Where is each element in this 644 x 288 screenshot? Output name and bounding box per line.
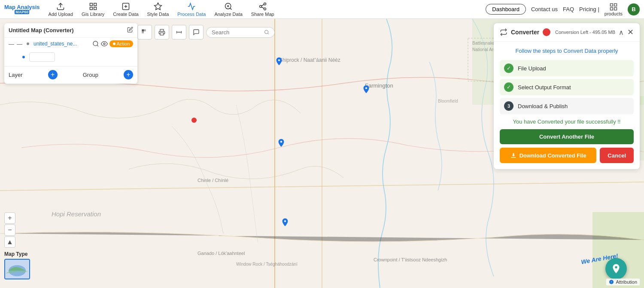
svg-text:Battlesnake: Battlesnake	[472, 41, 495, 45]
download-converted-button[interactable]: Download Converted File	[500, 148, 596, 163]
attribution: Attribution	[606, 279, 640, 285]
search-icon	[264, 29, 269, 35]
converter-panel: Converter Conversion Left - 495.05 MB ∧ …	[494, 23, 640, 169]
converter-close-button[interactable]: ✕	[627, 27, 634, 37]
converter-status-dot	[543, 28, 550, 36]
brand-sub: MAP60	[15, 10, 29, 14]
zoom-icon[interactable]	[92, 40, 99, 47]
brand-logo[interactable]: Map Analysis MAP60	[4, 4, 40, 14]
step-3-icon: 3	[504, 101, 513, 111]
svg-line-14	[261, 4, 264, 6]
add-group-button[interactable]: +	[124, 70, 133, 79]
nav-share-map-label: Share Map	[251, 12, 274, 17]
nav-analyze-data-label: Analyze Data	[214, 12, 242, 17]
step-1-label: File Upload	[518, 65, 546, 72]
svg-line-50	[267, 33, 268, 34]
nav-create-data[interactable]: Create Data	[109, 0, 142, 18]
pin-icon	[21, 54, 27, 60]
converter-subtitle: Follow the steps to Convert Data properl…	[500, 48, 634, 54]
zoom-out-button[interactable]: −	[4, 224, 15, 236]
eye-icon[interactable]	[101, 40, 108, 47]
select-tool-button[interactable]	[137, 25, 152, 39]
zoom-in-button[interactable]: +	[4, 212, 15, 224]
svg-rect-41	[142, 30, 143, 31]
nav-style-data-label: Style Data	[147, 12, 169, 17]
svg-text:Ganado / Lók'aahnteel: Ganado / Lók'aahnteel	[197, 251, 245, 256]
dashboard-button[interactable]: Dashboard	[486, 4, 526, 15]
pin-row	[4, 50, 137, 64]
contact-link[interactable]: Contact us	[531, 6, 558, 12]
svg-rect-18	[614, 7, 617, 10]
nav-right: Dashboard Contact us FAQ Pricing | produ…	[486, 3, 640, 16]
search-input[interactable]	[212, 29, 261, 36]
svg-text:Window Rock / Tségháhoodzání: Window Rock / Tségháhoodzání	[236, 262, 298, 267]
layer-row: — — united_states_ne... Action	[4, 38, 137, 50]
nav-gis-library-label: Gis Library	[82, 12, 104, 17]
products-menu[interactable]: products	[605, 3, 623, 16]
zoom-controls: + − ▲	[4, 212, 30, 248]
nav-create-data-label: Create Data	[113, 12, 138, 17]
map-toolbar	[137, 25, 275, 39]
print-button[interactable]	[155, 25, 169, 39]
svg-text:Hopi Reservation: Hopi Reservation	[52, 210, 101, 218]
step-2-label: Select Output Format	[518, 84, 571, 91]
panel-edit-button[interactable]	[127, 27, 133, 34]
map-pin-3[interactable]	[276, 138, 286, 148]
location-icon	[25, 41, 31, 47]
svg-rect-4	[94, 7, 96, 9]
user-avatar[interactable]: B	[628, 3, 640, 15]
map-pin-2[interactable]	[361, 85, 371, 94]
faq-link[interactable]: FAQ	[563, 6, 574, 12]
svg-point-51	[27, 42, 29, 45]
action-buttons-row: Download Converted File Cancel	[500, 148, 634, 163]
map-type-thumbnail[interactable]	[4, 259, 30, 279]
we-are-here-button[interactable]	[605, 258, 627, 279]
nav-gis-library[interactable]: Gis Library	[78, 0, 108, 18]
svg-rect-43	[142, 32, 143, 33]
measure-button[interactable]	[172, 25, 186, 39]
layer-name: united_states_ne...	[33, 41, 77, 47]
step-1-icon: ✓	[504, 64, 513, 73]
cloud-download-icon	[510, 152, 517, 159]
nav-add-upload[interactable]: Add Upload	[45, 0, 77, 18]
map-pin-4[interactable]	[280, 218, 290, 227]
nav-analyze-data[interactable]: Analyze Data	[211, 0, 246, 18]
pin-input[interactable]	[29, 52, 55, 62]
step-2-icon: ✓	[504, 82, 513, 92]
map-area[interactable]: Hopi Reservation Farmington Chinle / Chí…	[0, 19, 644, 288]
layer-label: Layer	[9, 72, 23, 78]
svg-line-25	[0, 182, 644, 191]
layer-group-footer: Layer + Group +	[4, 66, 137, 79]
svg-rect-16	[614, 3, 617, 6]
svg-rect-15	[610, 3, 613, 6]
pricing-link[interactable]: Pricing |	[579, 6, 599, 12]
step-3-label: Download & Publish	[518, 103, 568, 109]
add-layer-button[interactable]: +	[48, 70, 58, 79]
action-button[interactable]: Action	[109, 40, 133, 47]
svg-text:Chinle / Chínlé: Chinle / Chínlé	[197, 178, 228, 183]
products-label: products	[605, 11, 623, 16]
map-type-panel: + − ▲ Map Type	[4, 212, 30, 279]
map-pin-1[interactable]	[274, 57, 284, 66]
converter-body: Follow the steps to Convert Data properl…	[494, 42, 640, 169]
convert-another-button[interactable]: Convert Another File	[500, 129, 634, 144]
svg-point-10	[264, 3, 266, 5]
svg-point-54	[103, 43, 105, 45]
nav-process-data-label: Process Data	[177, 12, 206, 17]
top-navigation: Map Analysis MAP60 Add Upload Gis Librar…	[0, 0, 644, 19]
converter-info: Conversion Left - 495.05 MB	[555, 30, 615, 35]
svg-text:Crownpoint / T'iistsooz Ndeesh: Crownpoint / T'iistsooz Ndeeshgizh	[374, 257, 447, 262]
svg-rect-17	[610, 7, 613, 10]
svg-line-13	[261, 7, 264, 8]
nav-style-data[interactable]: Style Data	[144, 0, 173, 18]
brand-title: Map Analysis	[4, 4, 40, 10]
compass-button[interactable]: ▲	[4, 236, 15, 248]
comment-button[interactable]	[189, 25, 204, 39]
nav-process-data[interactable]: Process Data	[174, 0, 209, 18]
converter-title: Converter	[511, 29, 539, 36]
nav-share-map[interactable]: Share Map	[248, 0, 278, 18]
cancel-button[interactable]: Cancel	[600, 148, 634, 163]
converter-collapse-button[interactable]: ∧	[619, 28, 624, 36]
success-text: You have Converted your file successfull…	[500, 118, 634, 125]
panel-title: Untitled Map (Converter)	[9, 27, 74, 33]
